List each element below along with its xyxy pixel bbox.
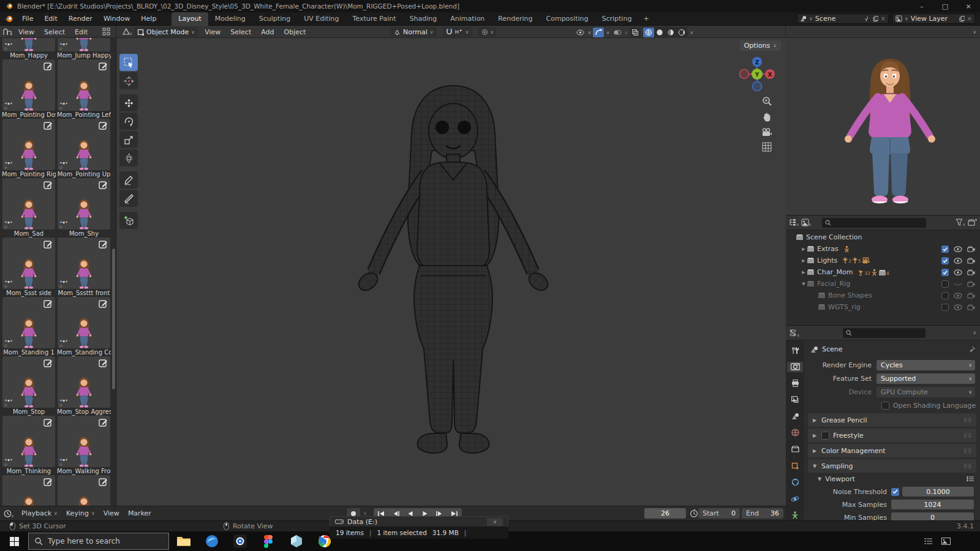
cursor-tool-button[interactable]: [119, 72, 138, 89]
new-collection-icon[interactable]: [968, 219, 977, 227]
pose-thumbnail[interactable]: ✦▪✦◇: [58, 38, 110, 51]
asset-menu-edit[interactable]: Edit: [70, 28, 92, 36]
selectable-checkbox[interactable]: [941, 292, 949, 299]
asset-browser-editor-icon[interactable]: ∨: [2, 28, 12, 36]
frame-start-field[interactable]: Start0: [698, 508, 740, 519]
physics-tab-button[interactable]: [787, 493, 803, 504]
gizmos-toggle-icon[interactable]: [593, 28, 604, 37]
workspace-tab-modeling[interactable]: Modeling: [208, 12, 252, 26]
properties-search-input[interactable]: [843, 328, 925, 338]
asset-pose-item[interactable]: ✦▪✦◇Mom_Sad: [2, 178, 56, 238]
pose-thumbnail[interactable]: ✦▪✦◇: [2, 119, 55, 170]
tray-list-icon[interactable]: [924, 538, 933, 545]
workspace-tab-compositing[interactable]: Compositing: [540, 12, 595, 26]
view-layer-selector[interactable]: ∨ View Layer ×: [892, 13, 975, 24]
hide-eye-toggle[interactable]: [954, 281, 962, 287]
render-camera-toggle[interactable]: [967, 304, 975, 310]
selectable-checkbox[interactable]: [941, 269, 949, 276]
noise-threshold-checkbox[interactable]: [891, 488, 899, 496]
expand-arrow-icon[interactable]: ▶: [801, 258, 807, 263]
presets-icon[interactable]: [967, 476, 974, 482]
pose-thumbnail[interactable]: ✦▪✦◇: [2, 356, 55, 408]
pose-thumbnail[interactable]: ✦▪✦◇: [58, 59, 110, 111]
pose-thumbnail[interactable]: ✦▪✦◇: [58, 356, 110, 408]
pin-icon[interactable]: [864, 16, 870, 22]
viewport-menu-select[interactable]: Select: [225, 28, 256, 36]
workspace-tab-scripting[interactable]: Scripting: [595, 12, 638, 26]
hide-eye-toggle[interactable]: [954, 246, 962, 252]
frame-end-field[interactable]: End36: [742, 508, 783, 519]
asset-pose-item[interactable]: ✦▪✦◇Mom_Happy: [2, 38, 56, 59]
workspace-tab-uv-editing[interactable]: UV Editing: [297, 12, 345, 26]
edit-pose-icon[interactable]: [43, 299, 53, 309]
pose-thumbnail[interactable]: ✦▪✦◇: [2, 178, 55, 230]
viewport-menu-view[interactable]: View: [200, 28, 225, 36]
osl-checkbox[interactable]: [881, 402, 889, 410]
render-camera-toggle[interactable]: [967, 258, 975, 264]
filter-icon[interactable]: ∨: [956, 219, 965, 227]
viewport-menu-add[interactable]: Add: [256, 28, 279, 36]
taskbar-search-input[interactable]: Type here to search: [28, 533, 169, 550]
asset-pose-item[interactable]: ✦▪✦◇Mom_Jump Happy: [57, 38, 111, 59]
selectable-checkbox[interactable]: [941, 246, 949, 253]
options-button[interactable]: Options∨: [740, 40, 781, 51]
edit-pose-icon[interactable]: [43, 418, 53, 427]
outliner-editor-icon[interactable]: ∨: [789, 219, 799, 227]
edit-pose-icon[interactable]: [43, 359, 53, 368]
navigation-gizmo[interactable]: Z X Y: [739, 56, 775, 92]
asset-pose-item[interactable]: ✦▪✦◇Mom_Standing Co...: [57, 297, 111, 356]
explorer-drive-tab[interactable]: Data (E:) ∨: [330, 516, 508, 527]
asset-pose-item[interactable]: ✦▪✦◇Mom_Sssttt front: [57, 238, 111, 297]
render-camera-toggle[interactable]: [967, 293, 975, 299]
new-scene-icon[interactable]: [872, 16, 878, 22]
render-camera-toggle[interactable]: [967, 246, 975, 252]
outliner-row-bone-shapes[interactable]: Bone Shapes: [786, 290, 980, 301]
render-preview-panel[interactable]: [786, 38, 980, 216]
edit-pose-icon[interactable]: [43, 121, 53, 130]
hide-eye-toggle[interactable]: [954, 258, 962, 264]
unlink-scene-icon[interactable]: ×: [881, 15, 886, 22]
annotate-tool-button[interactable]: [119, 171, 138, 189]
render-camera-toggle[interactable]: [967, 281, 975, 287]
section-freestyle[interactable]: ▶Freestyle⣿⣿: [808, 429, 976, 442]
menu-help[interactable]: Help: [135, 12, 162, 26]
edit-pose-icon[interactable]: [99, 418, 108, 427]
zoom-icon[interactable]: [762, 96, 772, 107]
auto-keying-dropdown[interactable]: ∨: [361, 511, 369, 516]
selectable-checkbox[interactable]: [941, 280, 949, 288]
constraints-tab-button[interactable]: [787, 510, 803, 520]
maximize-button[interactable]: □: [933, 0, 957, 12]
transform-tool-button[interactable]: [119, 149, 138, 167]
asset-menu-select[interactable]: Select: [39, 28, 70, 36]
remove-view-layer-icon[interactable]: ×: [967, 15, 972, 22]
new-view-layer-icon[interactable]: [959, 16, 965, 22]
param-value-field[interactable]: 1024: [891, 500, 974, 509]
material-shading-icon[interactable]: [665, 28, 676, 37]
outliner-row-lights[interactable]: ▶Lights25: [786, 255, 980, 266]
edit-pose-icon[interactable]: [43, 478, 53, 487]
section-checkbox[interactable]: [821, 432, 829, 440]
asset-pose-item[interactable]: ✦▪✦◇Mom_Stop: [2, 356, 56, 416]
expand-arrow-icon[interactable]: ▼: [801, 282, 807, 287]
pose-thumbnail[interactable]: ✦▪✦◇: [2, 416, 55, 467]
hide-eye-toggle[interactable]: [954, 269, 962, 276]
timeline-menu-view[interactable]: View: [99, 509, 124, 517]
grid-toggle-icon[interactable]: [762, 142, 772, 152]
render-camera-toggle[interactable]: [967, 269, 975, 276]
tool-tab-button[interactable]: [787, 345, 803, 356]
file-explorer-icon[interactable]: [176, 534, 191, 549]
wireframe-shading-icon[interactable]: [643, 28, 654, 37]
use-preview-range-icon[interactable]: [690, 509, 698, 518]
rendered-shading-icon[interactable]: [676, 28, 687, 37]
asset-pose-item[interactable]: ✦▪✦◇: [2, 475, 56, 506]
workspace-tab-rendering[interactable]: Rendering: [491, 12, 539, 26]
timeline-editor-icon[interactable]: ∨: [4, 509, 13, 518]
asset-pose-item[interactable]: ✦▪✦◇: [57, 475, 111, 506]
object-tab-button[interactable]: [787, 460, 803, 471]
select-box-tool-button[interactable]: [119, 54, 138, 71]
asset-pose-item[interactable]: ✦▪✦◇Mom_Stop Aggres...: [57, 356, 111, 416]
workspace-tab-sculpting[interactable]: Sculpting: [252, 12, 297, 26]
measure-tool-button[interactable]: [119, 190, 138, 207]
world-tab-button[interactable]: [787, 428, 803, 438]
pin-icon[interactable]: [968, 346, 975, 353]
